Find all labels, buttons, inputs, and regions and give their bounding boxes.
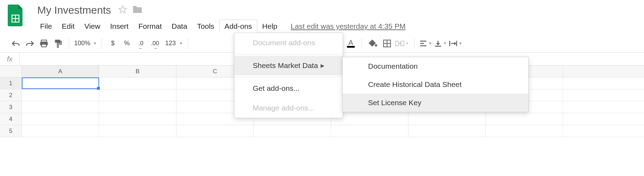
menu-addons[interactable]: Add-ons — [219, 20, 257, 33]
chevron-down-icon: ▼ — [459, 41, 462, 45]
cell[interactable] — [176, 125, 254, 137]
menu-format[interactable]: Format — [134, 20, 167, 33]
svg-rect-7 — [55, 40, 60, 43]
decrease-decimal-button[interactable]: .0← — [135, 38, 147, 49]
fill-color-button[interactable] — [367, 38, 379, 49]
chevron-down-icon: ▼ — [443, 41, 447, 45]
menu-label: Sheets Market Data — [253, 61, 318, 70]
svg-marker-3 — [119, 6, 127, 13]
svg-rect-12 — [395, 41, 399, 46]
chevron-down-icon: ▼ — [429, 41, 432, 45]
cell[interactable] — [22, 89, 99, 101]
undo-button[interactable] — [10, 38, 22, 49]
cell[interactable] — [99, 89, 176, 101]
horizontal-align-button[interactable]: ▼ — [419, 38, 432, 49]
cell[interactable] — [99, 125, 176, 137]
folder-icon[interactable] — [132, 5, 143, 15]
menu-get-addons[interactable]: Get add-ons... — [234, 79, 343, 98]
svg-point-8 — [375, 44, 377, 47]
text-wrap-button[interactable]: ▼ — [449, 38, 462, 49]
redo-button[interactable] — [24, 38, 36, 49]
submenu-create-historical[interactable]: Create Historical Data Sheet — [343, 75, 528, 94]
svg-rect-4 — [41, 40, 46, 42]
text-color-button[interactable]: A — [345, 38, 357, 49]
row-header-2[interactable]: 2 — [0, 89, 22, 101]
print-button[interactable] — [38, 38, 50, 49]
col-header-B[interactable]: B — [99, 66, 176, 77]
cell[interactable] — [486, 125, 563, 137]
addons-dropdown: Document add-ons Sheets Market Data ▶ Ge… — [234, 33, 343, 118]
submenu-set-license-key[interactable]: Set License Key — [343, 94, 528, 112]
submenu-arrow-icon: ▶ — [321, 63, 324, 68]
menu-file[interactable]: File — [35, 20, 57, 33]
fx-label: fx — [0, 53, 20, 65]
menu-help[interactable]: Help — [257, 20, 282, 33]
row-header-4[interactable]: 4 — [0, 113, 22, 125]
cell[interactable] — [254, 125, 331, 137]
menu-tools[interactable]: Tools — [192, 20, 219, 33]
cell[interactable] — [99, 77, 176, 89]
cell[interactable] — [408, 125, 486, 137]
svg-rect-6 — [42, 44, 46, 47]
currency-button[interactable]: $ — [107, 38, 119, 49]
row-header-3[interactable]: 3 — [0, 101, 22, 113]
menu-insert[interactable]: Insert — [105, 20, 134, 33]
title-area: My Investments File Edit View Insert For… — [35, 4, 644, 33]
menu-separator — [234, 77, 343, 77]
cell[interactable] — [331, 125, 408, 137]
cell-A1[interactable] — [22, 77, 99, 89]
cell[interactable] — [22, 113, 99, 125]
cell[interactable] — [22, 125, 99, 137]
number-format-dropdown[interactable]: 123 ▼ — [163, 38, 183, 49]
zoom-dropdown[interactable]: 100% ▼ — [74, 40, 97, 47]
paint-format-button[interactable] — [52, 38, 64, 49]
app-header: My Investments File Edit View Insert For… — [0, 0, 644, 33]
toolbar-separator — [188, 38, 188, 49]
cell[interactable] — [408, 113, 486, 125]
menu-view[interactable]: View — [79, 20, 105, 33]
star-icon[interactable] — [118, 5, 127, 15]
cell[interactable] — [99, 101, 176, 113]
grid-row: 5 — [0, 125, 644, 137]
menu-manage-addons: Manage add-ons... — [234, 98, 343, 118]
submenu-documentation[interactable]: Documentation — [343, 57, 528, 75]
merge-button[interactable]: ▼ — [395, 38, 409, 49]
chevron-down-icon: ▼ — [179, 41, 183, 45]
menu-separator — [234, 54, 343, 54]
col-header-A[interactable]: A — [22, 66, 99, 77]
percent-button[interactable]: % — [121, 38, 133, 49]
toolbar-separator — [102, 38, 102, 49]
menu-data[interactable]: Data — [167, 20, 192, 33]
chevron-down-icon: ▼ — [93, 41, 97, 45]
sheets-market-data-submenu: Documentation Create Historical Data She… — [342, 57, 529, 112]
cell[interactable] — [486, 113, 563, 125]
row-header-5[interactable]: 5 — [0, 125, 22, 137]
cell[interactable] — [22, 101, 99, 113]
last-edit-link[interactable]: Last edit was yesterday at 4:35 PM — [291, 22, 406, 31]
toolbar-separator — [414, 38, 414, 49]
document-title[interactable]: My Investments — [35, 4, 113, 17]
menu-sheets-market-data[interactable]: Sheets Market Data ▶ — [234, 56, 343, 75]
row-header-1[interactable]: 1 — [0, 77, 22, 89]
menu-bar: File Edit View Insert Format Data Tools … — [35, 20, 644, 33]
increase-decimal-button[interactable]: .00→ — [149, 38, 161, 49]
chevron-down-icon: ▼ — [406, 41, 409, 45]
borders-button[interactable] — [381, 38, 393, 49]
menu-document-addons: Document add-ons — [234, 33, 343, 53]
select-all-corner[interactable] — [0, 66, 22, 77]
toolbar-separator — [69, 38, 69, 49]
sheets-logo[interactable] — [6, 4, 25, 28]
cell[interactable] — [99, 113, 176, 125]
zoom-value: 100% — [74, 40, 90, 47]
menu-edit[interactable]: Edit — [57, 20, 79, 33]
toolbar-separator — [362, 38, 362, 49]
vertical-align-button[interactable]: ▼ — [434, 38, 447, 49]
